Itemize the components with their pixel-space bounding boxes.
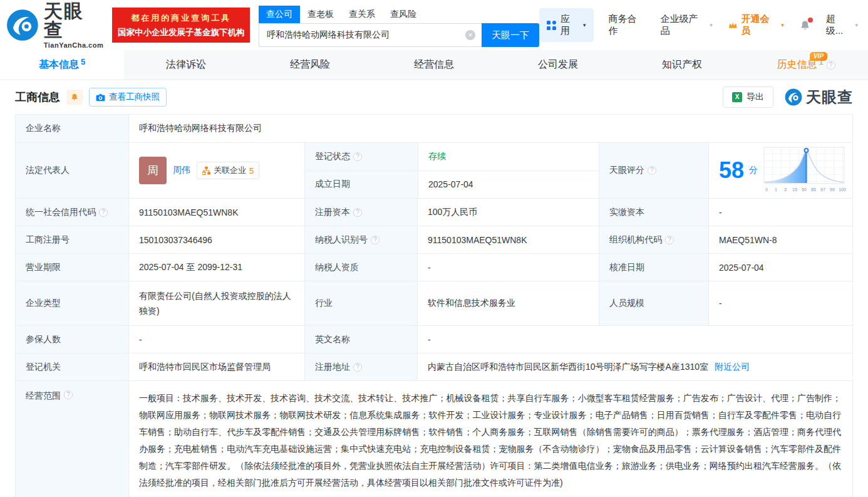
brand-name: 天眼查 [806,87,853,107]
tab-basic-count: 5 [81,57,85,66]
tab-development[interactable]: 公司发展 [496,50,620,80]
table-subrow: 登记状态 存续 [305,143,599,171]
company-type-value: 有限责任公司(自然人投资或控股的法人独资) [128,281,304,325]
insured-count-label: 参保人数 [16,326,128,353]
search-module: 查公司 查老板 查关系 查风险 天眼一下 [259,3,539,47]
logo-title: 天眼查 [44,2,104,39]
chevron-down-icon [855,22,858,28]
tab-history-count: 1 [819,57,823,66]
help-icon[interactable] [665,236,674,244]
reg-status-value: 存续 [418,143,599,170]
nav-user-menu[interactable]: 超级... [826,13,858,37]
nav-cooperation[interactable]: 商务合作 [609,13,646,37]
export-button-label: 导出 [747,92,764,103]
business-term-label: 营业期限 [16,254,128,281]
nav-apps[interactable]: 应用 [539,8,594,42]
table-row: 企业名称 呼和浩特哈动网络科技有限公司 [16,115,852,142]
reg-authority-value: 呼和浩特市回民区市场监督管理局 [128,353,304,380]
legal-rep-value: 周 周伟 关联企业 5 [128,143,304,198]
approval-date-label: 核准日期 [599,254,708,281]
header-nav: 应用 商务合作 企业级产品 开通会员 超级... [539,8,858,42]
business-scope-value: 一般项目：技术服务、技术开发、技术咨询、技术交流、技术转让、技术推广；机械设备租… [128,381,852,497]
help-icon[interactable] [64,390,73,399]
svg-text:85: 85 [811,187,816,192]
business-info-table: 企业名称 呼和浩特哈动网络科技有限公司 法定代表人 周 周伟 [15,114,853,497]
nav-cooperation-label: 商务合作 [609,13,646,37]
search-tab-boss[interactable]: 查老板 [300,6,341,23]
company-type-label: 企业类型 [16,281,128,325]
reg-authority-label: 登记机关 [16,353,128,380]
legal-rep-avatar[interactable]: 周 [139,157,167,184]
taxpayer-id-value: 91150103MAEQ51WN8K [417,226,599,253]
search-button[interactable]: 天眼一下 [482,23,539,47]
nav-apps-label: 应用 [561,13,579,37]
tab-legal-label: 法律诉讼 [166,58,206,71]
english-name-value: - [417,326,852,353]
crown-icon [728,20,738,31]
org-code-value: MAEQ51WN-8 [708,226,852,253]
chevron-down-icon [583,22,586,28]
svg-text:100: 100 [839,187,846,192]
nav-open-vip-label: 开通会员 [741,13,778,37]
score-value: 58 分 [708,143,852,198]
paid-capital-value: - [708,199,852,226]
tab-basic-info[interactable]: 基本信息 5 [0,50,124,80]
business-term-value: 2025-07-04 至 2099-12-31 [128,254,304,281]
search-tab-company[interactable]: 查公司 [259,6,300,23]
reg-number-value: 150103037346496 [128,226,304,253]
logo-domain: TianYanCha.com [44,42,104,49]
credit-code-value: 91150103MAEQ51WN8K [128,199,304,226]
export-button[interactable]: 导出 [723,86,773,108]
score-unit: 分 [749,165,758,176]
reg-address-value: 内蒙古自治区呼和浩特市回民区新华西街10号明泽广场写字楼A座1310室 附近公司 [417,353,852,380]
search-tab-relation[interactable]: 查关系 [341,6,383,23]
notifications-bell[interactable] [799,19,811,31]
tab-operation-risk[interactable]: 经营风险 [248,50,372,80]
help-icon[interactable] [353,152,362,161]
table-row: 参保人数 - 英文名称 - [16,325,852,353]
taxpayer-id-label: 纳税人识别号 [304,226,417,253]
related-companies-label: 关联企业 [214,165,246,176]
help-icon[interactable] [353,208,362,217]
legal-rep-link[interactable]: 周伟 [173,165,190,176]
tab-intellectual-property[interactable]: 知识产权 [620,50,744,80]
snapshot-button-label: 查看工商快照 [109,92,160,103]
tab-legal[interactable]: 法律诉讼 [124,50,248,80]
search-tab-risk[interactable]: 查风险 [383,6,424,23]
top-header: 天眼查 TianYanCha.com 都在用的商业查询工具 国家中小企业发展子基… [0,0,868,50]
banner-line1: 都在用的商业查询工具 [131,13,231,24]
nearby-companies-link[interactable]: 附近公司 [715,362,750,373]
help-icon[interactable] [648,166,656,175]
table-row: 登记机关 呼和浩特市回民区市场监督管理局 注册地址 内蒙古自治区呼和浩特市回民区… [16,353,852,380]
svg-text:15: 15 [792,187,797,192]
tianyancha-logo[interactable]: 天眼查 TianYanCha.com [6,2,103,49]
related-companies-icon [202,167,210,175]
related-companies-badge[interactable]: 关联企业 5 [197,162,259,179]
search-input[interactable] [259,24,482,46]
table-subrow: 成立日期 2025-07-04 [305,171,599,199]
company-name-label: 企业名称 [16,115,128,142]
svg-text:3: 3 [784,187,787,192]
tab-operation-label: 经营信息 [414,58,454,71]
company-tab-bar: 基本信息 5 法律诉讼 经营风险 经营信息 公司发展 知识产权 VIP 历史信息… [0,50,868,80]
insured-count-value: - [128,326,304,353]
help-icon[interactable] [353,363,362,372]
tianyancha-brand-icon [785,88,802,106]
help-icon[interactable] [99,208,108,217]
nav-enterprise[interactable]: 企业级产品 [661,13,713,37]
staff-size-value: - [708,281,852,325]
search-tabs: 查公司 查老板 查关系 查风险 [259,6,539,23]
help-icon[interactable] [827,61,835,70]
credit-code-label: 统一社会信用代码 [16,199,128,226]
tab-history-info[interactable]: VIP 历史信息 1 [744,50,868,80]
reg-capital-value: 100万人民币 [417,199,599,226]
help-icon[interactable] [371,236,380,244]
promo-banner: 都在用的商业查询工具 国家中小企业发展子基金旗下机构 [112,8,250,43]
table-row: 企业类型 有限责任公司(自然人投资或控股的法人独资) 行业 软件和信息技术服务业… [16,281,852,325]
snapshot-button[interactable]: 查看工商快照 [89,88,167,107]
tab-operation-info[interactable]: 经营信息 [372,50,496,80]
apps-grid-icon [547,21,556,30]
monitor-bell-button[interactable] [66,90,83,105]
clear-search-icon[interactable] [465,30,475,40]
nav-open-vip[interactable]: 开通会员 [728,13,784,37]
